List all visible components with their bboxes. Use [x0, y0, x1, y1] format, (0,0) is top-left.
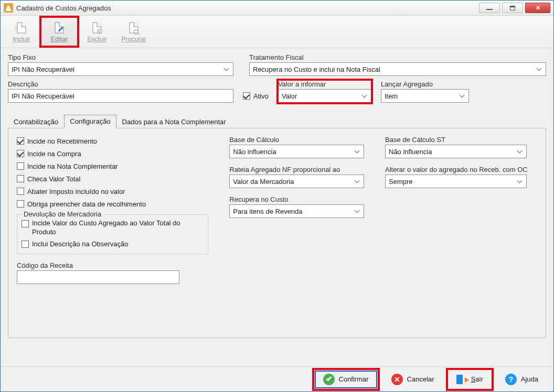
check-icon	[323, 374, 335, 385]
exit-icon	[456, 375, 467, 384]
valor-informar-combo[interactable]: Valor	[278, 89, 371, 103]
sair-label: Sair	[471, 375, 483, 383]
lbl-incide-compra: Incide na Compra	[27, 150, 81, 158]
grp-devolucao-title: Devolução de Mercadoria	[22, 210, 103, 218]
ajuda-label: Ajuda	[521, 375, 538, 383]
editar-label: Editar	[51, 36, 68, 43]
tab-configuracao[interactable]: Configuração	[64, 115, 116, 128]
content: Tipo Fixo IPI Não Recuperável Tratamento…	[1, 48, 553, 366]
ativo-checkbox[interactable]	[243, 92, 250, 100]
rateia-combo[interactable]: Valor da Mercadoria	[229, 175, 364, 188]
tipo-fixo-combo[interactable]: IPI Não Recuperável	[8, 62, 233, 76]
base-st-value: Não influencia	[389, 148, 432, 156]
lancar-agregado-label: Lançar Agregado	[381, 80, 469, 88]
window-controls: ✕	[479, 3, 550, 13]
maximize-button[interactable]	[502, 3, 523, 13]
base-calculo-label: Base de Cálculo	[229, 136, 364, 144]
ajuda-button[interactable]: ? Ajuda	[497, 371, 546, 388]
chevron-down-icon	[224, 66, 229, 71]
lancar-agregado-combo[interactable]: Item	[381, 89, 469, 103]
cancelar-button[interactable]: ✕ Cancelar	[383, 371, 442, 388]
chk-incide-recebimento[interactable]	[17, 137, 24, 145]
tratamento-label: Tratamento Fiscal	[249, 53, 546, 61]
ativo-label: Ativo	[253, 92, 269, 100]
base-st-combo[interactable]: Não influencia	[385, 145, 527, 158]
titlebar: Cadastro de Custos Agregados ✕	[1, 1, 553, 16]
excluir-button[interactable]: ✕ Excluir	[79, 17, 115, 47]
alterar-combo[interactable]: Sempre	[385, 175, 527, 188]
incluir-button[interactable]: Incluir	[4, 17, 39, 47]
footer: Confirmar ✕ Cancelar Sair ? Ajuda	[1, 366, 553, 391]
descricao-label: Descrição	[8, 80, 233, 88]
excluir-label: Excluir	[87, 36, 107, 43]
confirmar-button[interactable]: Confirmar	[315, 371, 377, 388]
rateia-label: Rateia Agregado NF proporcional ao	[229, 166, 364, 173]
valor-informar-label: Valor a informar	[278, 80, 371, 88]
lbl-obriga-data: Obriga preencher data de recolhimento	[27, 200, 146, 208]
lbl-incide-valor-total: Incide Valor do Custo Agregado ao Valor …	[32, 219, 204, 237]
editar-button[interactable]: Editar	[40, 17, 78, 47]
sair-button[interactable]: Sair	[449, 371, 491, 388]
valor-informar-value: Valor	[282, 92, 297, 100]
lbl-abater-imposto: Abater Imposto incluído no valor	[27, 188, 125, 195]
chevron-down-icon	[355, 178, 360, 183]
chk-incide-compra[interactable]	[17, 150, 24, 157]
tratamento-combo[interactable]: Recupera no Custo e inclui na Nota Fisca…	[249, 62, 546, 76]
chk-abater-imposto[interactable]	[17, 188, 24, 195]
chk-obriga-data[interactable]	[17, 200, 24, 208]
tabs: Contabilização Configuração Dados para a…	[8, 114, 546, 128]
chevron-down-icon	[361, 93, 367, 98]
window-title: Cadastro de Custos Agregados	[16, 4, 111, 12]
tab-contabilizacao[interactable]: Contabilização	[8, 115, 64, 128]
col-mid: Base de Cálculo Não influencia Rateia Ag…	[229, 136, 364, 284]
recupera-combo[interactable]: Para itens de Revenda	[229, 204, 364, 218]
tab-dados-nc[interactable]: Dados para a Nota Complementar	[116, 115, 232, 128]
help-icon: ?	[505, 374, 517, 385]
app-window: Cadastro de Custos Agregados ✕ Incluir E…	[0, 0, 554, 392]
chevron-down-icon	[517, 178, 523, 183]
confirmar-label: Confirmar	[339, 375, 369, 383]
alterar-value: Sempre	[389, 178, 413, 186]
chk-checa-valor[interactable]	[17, 175, 24, 182]
close-button[interactable]: ✕	[525, 3, 550, 13]
grp-devolucao: Devolução de Mercadoria Incide Valor do …	[17, 214, 208, 254]
procurar-button[interactable]: Procurar	[116, 17, 152, 47]
new-doc-icon	[15, 21, 28, 35]
descricao-value: IPI Não Recuperável	[12, 92, 74, 100]
delete-doc-icon: ✕	[90, 21, 104, 35]
chk-incide-valor-total[interactable]	[22, 220, 29, 227]
lbl-checa-valor: Checa Valor Total	[27, 175, 80, 183]
app-icon	[4, 3, 13, 13]
tratamento-value: Recupera no Custo e inclui na Nota Fisca…	[253, 66, 380, 73]
base-calculo-combo[interactable]: Não influencia	[229, 145, 364, 158]
incluir-label: Incluir	[13, 36, 30, 43]
col-right: Base de Cálculo ST Não influencia Altera…	[385, 136, 537, 284]
base-st-label: Base de Cálculo ST	[385, 136, 527, 144]
search-doc-icon	[127, 21, 141, 35]
recupera-label: Recupera no Custo	[229, 195, 364, 203]
chevron-down-icon	[537, 66, 542, 71]
lbl-incide-nc: Incide na Nota Complementar	[27, 162, 118, 170]
procurar-label: Procurar	[121, 36, 146, 43]
recupera-value: Para itens de Revenda	[233, 208, 302, 215]
chevron-down-icon	[355, 148, 360, 154]
rateia-value: Valor da Mercadoria	[233, 178, 294, 186]
alterar-label: Alterar o valor do agregado no Receb. co…	[385, 166, 537, 173]
codigo-receita-input[interactable]	[17, 270, 179, 284]
chk-inclui-desc-obs[interactable]	[22, 241, 29, 248]
cancel-icon: ✕	[391, 374, 403, 385]
tipo-fixo-value: IPI Não Recuperável	[12, 66, 74, 73]
chk-incide-nc[interactable]	[17, 162, 24, 170]
edit-doc-icon	[52, 21, 66, 35]
chevron-down-icon	[517, 148, 523, 154]
minimize-button[interactable]	[479, 3, 500, 13]
lbl-inclui-desc-obs: Inclui Descrição na Observação	[32, 240, 129, 248]
tipo-fixo-label: Tipo Fixo	[8, 53, 233, 61]
cancelar-label: Cancelar	[407, 375, 434, 383]
toolbar: Incluir Editar ✕ Excluir Procurar	[1, 16, 553, 48]
chevron-down-icon	[355, 208, 360, 213]
codigo-receita-label: Código da Receita	[17, 262, 179, 269]
base-calculo-value: Não influencia	[233, 148, 276, 156]
lancar-agregado-value: Item	[385, 92, 398, 100]
descricao-input[interactable]: IPI Não Recuperável	[8, 89, 233, 103]
